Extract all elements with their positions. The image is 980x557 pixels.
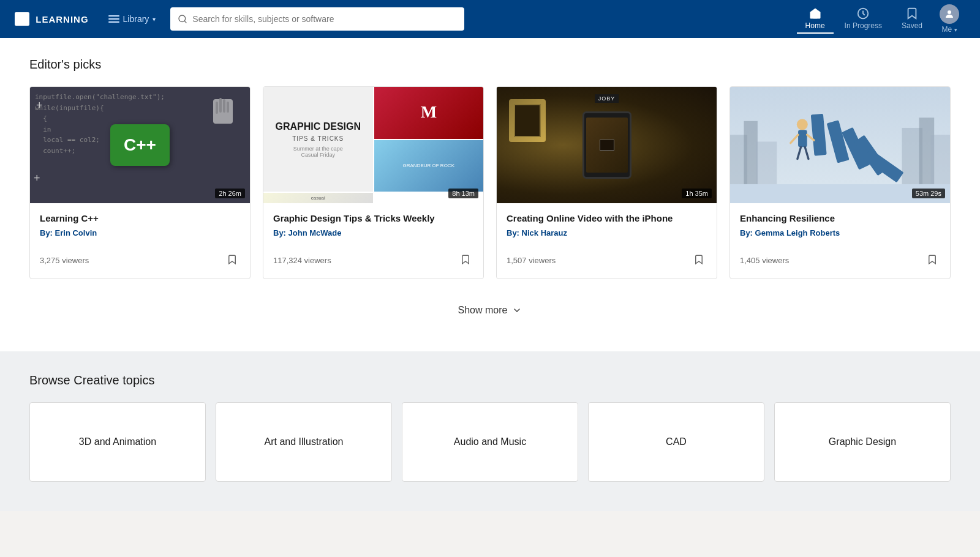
card-title-cpp: Learning C++	[40, 212, 240, 225]
nav-home[interactable]: Home	[797, 4, 834, 34]
search-bar	[170, 7, 464, 31]
gd-img-blue: GRANDEUR OF ROCK	[374, 140, 484, 192]
course-thumb-resilience: 53m 29s	[730, 87, 950, 203]
card-body-resilience: Enhancing Resilience By: Gemma Leigh Rob…	[730, 203, 950, 245]
video-phone-screen	[586, 118, 628, 173]
topic-card-3d[interactable]: 3D and Animation	[29, 402, 206, 482]
browse-section: Browse Creative topics 3D and Animation …	[0, 351, 980, 511]
svg-rect-6	[219, 98, 222, 113]
nav-in-progress[interactable]: In Progress	[836, 4, 891, 34]
bookmark-icon-video	[693, 253, 704, 266]
card-footer-cpp: 3,275 viewers	[30, 245, 250, 278]
search-icon	[178, 14, 187, 24]
course-card-cpp[interactable]: inputfile.open("challenge.txt"); while(i…	[29, 86, 251, 279]
main-content: Editor's picks inputfile.open("challenge…	[0, 38, 980, 351]
linkedin-logo-box: in	[15, 12, 29, 26]
nav-me-label: Me ▾	[941, 25, 957, 34]
hand-illustration	[201, 93, 244, 130]
card-footer-video: 1,507 viewers	[497, 245, 717, 278]
chevron-down-icon	[512, 305, 522, 315]
gd-thumb-title: GRAPHIC DESIGN	[275, 121, 361, 132]
svg-line-1	[184, 21, 186, 23]
bookmark-button-cpp[interactable]	[224, 251, 240, 270]
joby-label: JOBY	[595, 94, 619, 103]
duration-badge-video: 1h 35m	[682, 189, 712, 198]
duration-badge-cpp: 2h 26m	[215, 189, 245, 198]
svg-rect-7	[223, 99, 225, 113]
bookmark-nav-icon	[905, 7, 919, 20]
cpp-logo: C++	[110, 124, 170, 166]
svg-point-22	[797, 119, 808, 130]
topic-cards-row: 3D and Animation Art and Illustration Au…	[29, 402, 951, 482]
nav-home-label: Home	[805, 21, 825, 30]
nav-saved[interactable]: Saved	[893, 4, 931, 34]
topic-card-art[interactable]: Art and Illustration	[216, 402, 392, 482]
nav-in-progress-label: In Progress	[845, 21, 882, 30]
library-button[interactable]: Library ▾	[104, 12, 161, 26]
logo-area[interactable]: in LEARNING	[15, 12, 89, 26]
show-more-row: Show more	[29, 299, 951, 322]
svg-rect-23	[798, 130, 807, 147]
video-phone	[582, 111, 631, 179]
svg-rect-8	[227, 102, 229, 113]
card-author-cpp: By: Erin Colvin	[40, 228, 240, 237]
svg-point-3	[948, 10, 951, 14]
course-card-gd[interactable]: GRAPHIC DESIGN TIPS & TRICKS Summer at t…	[263, 86, 484, 279]
gd-logo-icon: M	[417, 100, 441, 125]
topic-card-cad[interactable]: CAD	[588, 402, 764, 482]
bookmark-button-resilience[interactable]	[924, 251, 940, 270]
card-author-video: By: Nick Harauz	[507, 228, 707, 237]
card-body-gd: Graphic Design Tips & Tricks Weekly By: …	[263, 203, 483, 245]
topic-card-graphic[interactable]: Graphic Design	[774, 402, 951, 482]
logo-text: LEARNING	[36, 14, 88, 24]
library-label: Library	[123, 14, 149, 24]
video-frame-art	[509, 99, 546, 142]
card-body-video: Creating Online Video with the iPhone By…	[497, 203, 717, 245]
topic-audio-label: Audio and Music	[454, 436, 526, 447]
card-author-gd: By: John McWade	[273, 228, 473, 237]
viewers-cpp: 3,275 viewers	[40, 256, 89, 265]
editors-picks-title: Editor's picks	[29, 58, 951, 72]
card-title-gd: Graphic Design Tips & Tricks Weekly	[273, 212, 473, 225]
course-thumb-cpp: inputfile.open("challenge.txt"); while(i…	[30, 87, 250, 203]
card-title-resilience: Enhancing Resilience	[740, 212, 940, 225]
logo-in-text: in	[18, 14, 26, 24]
duration-badge-resilience: 53m 29s	[912, 189, 945, 198]
topic-3d-label: 3D and Animation	[79, 436, 156, 447]
user-avatar-icon	[944, 9, 955, 20]
gd-img-light: casual	[263, 193, 373, 203]
card-footer-gd: 117,324 viewers	[263, 245, 483, 278]
course-card-resilience[interactable]: 53m 29s Enhancing Resilience By: Gemma L…	[729, 86, 951, 279]
browse-title: Browse Creative topics	[29, 373, 951, 387]
viewers-gd: 117,324 viewers	[273, 256, 331, 265]
bookmark-button-gd[interactable]	[458, 251, 473, 270]
plus-icon-1: +	[36, 99, 43, 112]
course-thumb-video: JOBY 1h 35m	[497, 87, 717, 203]
card-title-video: Creating Online Video with the iPhone	[507, 212, 707, 225]
show-more-label: Show more	[458, 305, 508, 316]
bookmark-button-video[interactable]	[691, 251, 707, 270]
topic-art-label: Art and Illustration	[265, 436, 344, 447]
bookmark-icon-resilience	[927, 253, 938, 266]
viewers-resilience: 1,405 viewers	[740, 256, 789, 265]
nav-me[interactable]: Me ▾	[933, 2, 965, 36]
course-card-video[interactable]: JOBY 1h 35m Creating Online Video with t…	[496, 86, 717, 279]
library-chevron-icon: ▾	[153, 16, 156, 23]
app-header: in LEARNING Library ▾ Home	[0, 0, 980, 38]
search-input[interactable]	[192, 14, 457, 24]
bookmark-icon-cpp	[227, 253, 238, 266]
gd-thumb-subtitle: TIPS & TRICKS	[292, 135, 344, 142]
nav-saved-label: Saved	[902, 21, 922, 30]
gd-main-panel: GRAPHIC DESIGN TIPS & TRICKS Summer at t…	[263, 87, 373, 192]
show-more-button[interactable]: Show more	[446, 299, 535, 322]
svg-text:M: M	[421, 102, 437, 121]
gd-thumb-extra: Summer at the cape	[293, 146, 343, 152]
resilience-bg	[730, 87, 950, 203]
duration-badge-gd: 8h 13m	[448, 189, 478, 198]
card-author-resilience: By: Gemma Leigh Roberts	[740, 228, 940, 237]
topic-card-audio[interactable]: Audio and Music	[402, 402, 578, 482]
gd-img-red: M	[374, 87, 484, 139]
home-icon	[809, 7, 822, 20]
card-footer-resilience: 1,405 viewers	[730, 245, 950, 278]
plus-icon-2: +	[34, 172, 40, 185]
